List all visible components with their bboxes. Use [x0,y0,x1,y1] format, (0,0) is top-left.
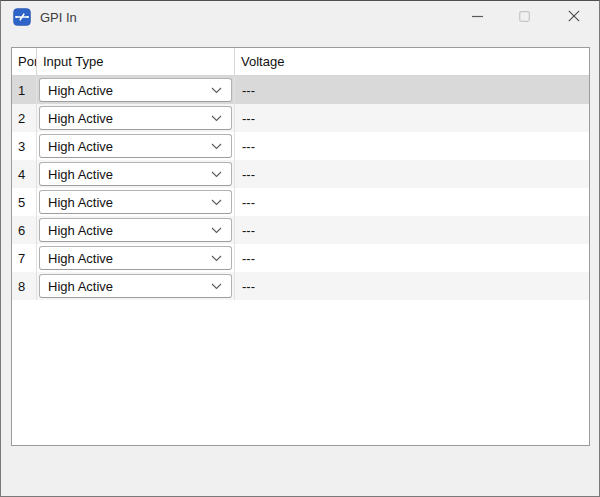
port-number: 4 [12,160,37,188]
table-row[interactable]: 1 High Active --- [12,76,589,104]
voltage-value: --- [235,216,589,244]
voltage-value: --- [235,244,589,272]
port-number: 8 [12,272,37,300]
voltage-value: --- [235,160,589,188]
voltage-value: --- [235,104,589,132]
chevron-down-icon [211,255,222,262]
input-type-select[interactable]: High Active [39,162,232,186]
close-button[interactable] [548,1,599,33]
minimize-button[interactable] [454,1,501,33]
minimize-icon [472,10,483,25]
input-type-value: High Active [48,83,113,98]
input-type-select[interactable]: High Active [39,218,232,242]
voltage-value: --- [235,272,589,300]
table-row[interactable]: 6 High Active --- [12,216,589,244]
maximize-button [501,1,548,33]
window-controls [454,1,599,33]
chevron-down-icon [211,115,222,122]
titlebar-left: GPI In [1,8,454,26]
input-type-select[interactable]: High Active [39,78,232,102]
table-row[interactable]: 8 High Active --- [12,272,589,300]
voltage-value: --- [235,132,589,160]
port-number: 3 [12,132,37,160]
gpi-app-icon [13,8,31,26]
port-number: 2 [12,104,37,132]
column-header-input-type: Input Type [37,48,235,75]
chevron-down-icon [211,283,222,290]
port-number: 6 [12,216,37,244]
input-type-select[interactable]: High Active [39,246,232,270]
titlebar[interactable]: GPI In [1,1,599,33]
window-title: GPI In [40,10,77,25]
table-header: Port Input Type Voltage [12,48,589,76]
input-type-value: High Active [48,251,113,266]
voltage-value: --- [235,188,589,216]
input-type-value: High Active [48,223,113,238]
table-row[interactable]: 3 High Active --- [12,132,589,160]
gpi-in-window: GPI In Port Input Type [0,0,600,497]
table-row[interactable]: 4 High Active --- [12,160,589,188]
close-icon [568,10,580,25]
input-type-select[interactable]: High Active [39,274,232,298]
table-row[interactable]: 2 High Active --- [12,104,589,132]
maximize-icon [519,10,530,25]
port-number: 1 [12,76,37,104]
input-type-select[interactable]: High Active [39,106,232,130]
column-header-port: Port [12,48,37,75]
chevron-down-icon [211,171,222,178]
voltage-value: --- [235,76,589,104]
port-number: 5 [12,188,37,216]
column-header-voltage: Voltage [235,48,589,75]
input-type-value: High Active [48,111,113,126]
input-type-value: High Active [48,279,113,294]
input-type-value: High Active [48,139,113,154]
input-type-value: High Active [48,167,113,182]
port-number: 7 [12,244,37,272]
chevron-down-icon [211,227,222,234]
table-row[interactable]: 7 High Active --- [12,244,589,272]
table-row[interactable]: 5 High Active --- [12,188,589,216]
input-type-value: High Active [48,195,113,210]
input-type-select[interactable]: High Active [39,190,232,214]
gpi-table: Port Input Type Voltage 1 High Active --… [11,47,590,446]
chevron-down-icon [211,87,222,94]
chevron-down-icon [211,199,222,206]
chevron-down-icon [211,143,222,150]
input-type-select[interactable]: High Active [39,134,232,158]
